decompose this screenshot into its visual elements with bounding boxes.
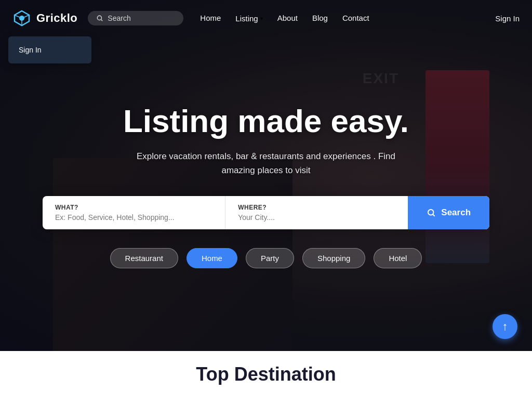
category-pills: Restaurant Home Party Shopping Hotel (110, 248, 422, 268)
pill-hotel[interactable]: Hotel (374, 248, 422, 268)
search-what-section: What? (43, 196, 225, 229)
nav-item-contact[interactable]: Contact (342, 14, 369, 23)
top-destination-title: Top Destination (196, 363, 336, 385)
nav-link-home[interactable]: Home (200, 14, 221, 22)
sign-in-button[interactable]: Sign In (495, 14, 520, 23)
logo-area[interactable]: Gricklo (12, 9, 77, 28)
svg-point-7 (428, 210, 434, 215)
logo-text: Gricklo (36, 11, 77, 25)
nav-link-contact[interactable]: Contact (342, 14, 369, 22)
svg-line-6 (101, 20, 103, 21)
pill-restaurant[interactable]: Restaurant (110, 248, 178, 268)
logo-icon (12, 9, 31, 28)
nav-link-about[interactable]: About (277, 14, 298, 22)
search-button-label: Search (441, 207, 471, 218)
nav-links: Home Listing ▾ About Blog Contact (200, 14, 495, 23)
nav-item-blog[interactable]: Blog (312, 14, 328, 23)
where-input[interactable] (238, 213, 395, 222)
scroll-to-top-button[interactable]: ↑ (493, 314, 517, 339)
nav-search-input[interactable] (108, 14, 175, 22)
search-icon-nav (96, 15, 103, 22)
pill-party[interactable]: Party (246, 248, 294, 268)
bottom-section: Top Destination (0, 351, 532, 416)
nav-link-listing[interactable]: Listing (235, 14, 258, 23)
where-label: Where? (238, 204, 395, 211)
hero-subtitle: Explore vacation rentals, bar & restaura… (131, 149, 401, 177)
hero-section: EXIT Gricklo Home Lis (0, 0, 532, 351)
pill-home[interactable]: Home (187, 248, 237, 268)
nav-item-home[interactable]: Home (200, 14, 221, 23)
search-bar: What? Where? Search (43, 196, 489, 229)
search-icon (427, 208, 436, 217)
what-input[interactable] (55, 213, 212, 222)
nav-item-about[interactable]: About (277, 14, 298, 23)
svg-line-8 (433, 215, 435, 216)
pill-shopping[interactable]: Shopping (302, 248, 365, 268)
search-button[interactable]: Search (408, 196, 489, 229)
nav-item-listing[interactable]: Listing ▾ (235, 14, 262, 23)
search-where-section: Where? (225, 196, 408, 229)
chevron-down-icon: ▾ (260, 16, 263, 21)
navbar: Gricklo Home Listing ▾ About Blog Con (0, 0, 532, 36)
signin-dropdown: Sign In (8, 36, 91, 63)
hero-title: Listing made easy. (123, 103, 409, 139)
nav-search-box[interactable] (88, 11, 183, 25)
scroll-top-icon: ↑ (502, 320, 508, 333)
signin-dropdown-item[interactable]: Sign In (8, 41, 91, 59)
svg-point-5 (98, 16, 102, 20)
what-label: What? (55, 204, 212, 211)
nav-link-blog[interactable]: Blog (312, 14, 328, 22)
